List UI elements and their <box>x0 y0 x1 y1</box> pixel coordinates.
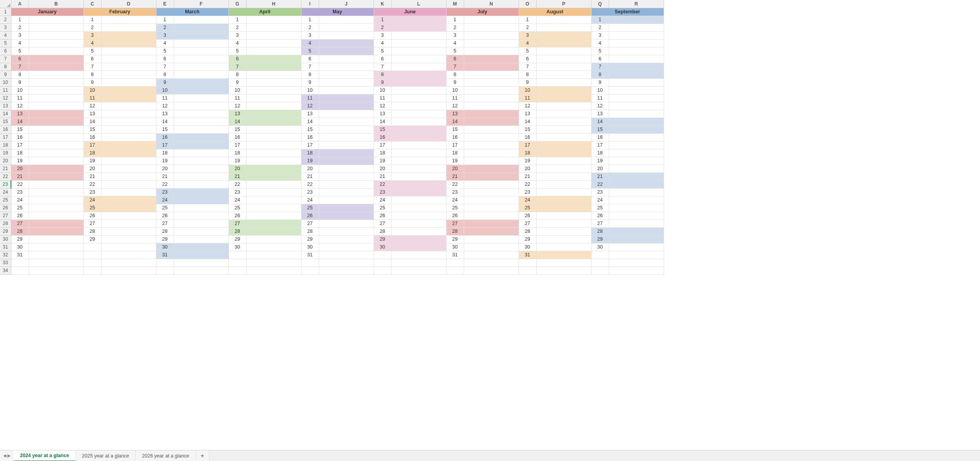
calendar-day-cell[interactable]: 5 <box>11 47 29 55</box>
calendar-event-cell[interactable] <box>29 212 83 220</box>
calendar-day-cell[interactable]: 18 <box>446 149 464 157</box>
calendar-day-cell[interactable]: 6 <box>374 55 391 63</box>
calendar-event-cell[interactable] <box>319 47 374 55</box>
calendar-day-cell[interactable]: 11 <box>83 94 101 102</box>
calendar-event-cell[interactable] <box>101 110 156 118</box>
calendar-day-cell[interactable]: 30 <box>591 243 609 251</box>
calendar-day-cell[interactable]: 24 <box>446 196 464 204</box>
calendar-day-cell[interactable]: 20 <box>519 165 536 172</box>
calendar-day-cell[interactable]: 9 <box>83 78 101 86</box>
calendar-day-cell[interactable]: 13 <box>83 110 101 118</box>
calendar-event-cell[interactable] <box>391 149 446 157</box>
column-header[interactable]: A <box>11 0 29 8</box>
calendar-day-cell[interactable]: 31 <box>301 251 319 259</box>
calendar-day-cell[interactable]: 12 <box>301 102 319 110</box>
calendar-day-cell[interactable]: 4 <box>374 39 391 47</box>
calendar-event-cell[interactable] <box>464 267 519 274</box>
calendar-event-cell[interactable] <box>101 196 156 204</box>
calendar-event-cell[interactable] <box>536 94 591 102</box>
calendar-event-cell[interactable] <box>174 141 229 149</box>
calendar-day-cell[interactable]: 13 <box>374 110 391 118</box>
calendar-day-cell[interactable]: 27 <box>229 220 246 227</box>
calendar-event-cell[interactable] <box>319 196 374 204</box>
calendar-day-cell[interactable]: 14 <box>446 118 464 125</box>
calendar-event-cell[interactable] <box>29 86 83 94</box>
calendar-event-cell[interactable] <box>464 71 519 78</box>
calendar-day-cell[interactable]: 24 <box>374 196 391 204</box>
calendar-event-cell[interactable] <box>246 243 301 251</box>
row-header[interactable]: 34 <box>0 267 11 274</box>
calendar-event-cell[interactable] <box>246 63 301 71</box>
calendar-event-cell[interactable] <box>174 172 229 180</box>
calendar-event-cell[interactable] <box>101 204 156 212</box>
calendar-day-cell[interactable]: 14 <box>83 118 101 125</box>
calendar-day-cell[interactable]: 3 <box>591 31 609 39</box>
calendar-event-cell[interactable] <box>464 31 519 39</box>
row-header[interactable]: 21 <box>0 165 11 172</box>
calendar-event-cell[interactable] <box>246 39 301 47</box>
calendar-day-cell[interactable]: 27 <box>591 220 609 227</box>
calendar-day-cell[interactable]: 10 <box>374 86 391 94</box>
calendar-event-cell[interactable] <box>246 188 301 196</box>
column-header[interactable]: O <box>519 0 536 8</box>
calendar-day-cell[interactable]: 28 <box>374 227 391 235</box>
calendar-event-cell[interactable] <box>464 102 519 110</box>
calendar-day-cell[interactable]: 29 <box>519 235 536 243</box>
calendar-day-cell[interactable]: 10 <box>229 86 246 94</box>
calendar-day-cell[interactable]: 17 <box>374 141 391 149</box>
calendar-event-cell[interactable] <box>391 141 446 149</box>
calendar-day-cell[interactable]: 17 <box>301 141 319 149</box>
calendar-event-cell[interactable] <box>609 259 664 267</box>
calendar-event-cell[interactable] <box>391 220 446 227</box>
calendar-event-cell[interactable] <box>319 94 374 102</box>
calendar-event-cell[interactable] <box>246 180 301 188</box>
calendar-day-cell[interactable]: 24 <box>229 196 246 204</box>
calendar-day-cell[interactable]: 25 <box>519 204 536 212</box>
calendar-event-cell[interactable] <box>101 39 156 47</box>
calendar-day-cell[interactable]: 11 <box>301 94 319 102</box>
calendar-event-cell[interactable] <box>174 118 229 125</box>
calendar-event-cell[interactable] <box>391 243 446 251</box>
calendar-day-cell[interactable]: 17 <box>446 141 464 149</box>
calendar-event-cell[interactable] <box>391 63 446 71</box>
calendar-event-cell[interactable] <box>609 157 664 165</box>
calendar-event-cell[interactable] <box>464 47 519 55</box>
calendar-day-cell[interactable]: 22 <box>446 180 464 188</box>
calendar-day-cell[interactable]: 7 <box>156 63 174 71</box>
calendar-event-cell[interactable] <box>101 125 156 133</box>
column-header[interactable]: E <box>156 0 174 8</box>
calendar-day-cell[interactable]: 22 <box>374 180 391 188</box>
calendar-day-cell[interactable]: 13 <box>229 110 246 118</box>
calendar-event-cell[interactable] <box>319 133 374 141</box>
calendar-day-cell[interactable]: 5 <box>229 47 246 55</box>
calendar-event-cell[interactable] <box>246 102 301 110</box>
calendar-event-cell[interactable] <box>464 220 519 227</box>
calendar-day-cell[interactable]: 6 <box>519 55 536 63</box>
calendar-day-cell[interactable]: 1 <box>374 16 391 24</box>
calendar-day-cell[interactable]: 7 <box>83 63 101 71</box>
calendar-day-cell[interactable]: 22 <box>83 180 101 188</box>
calendar-day-cell[interactable]: 14 <box>156 118 174 125</box>
calendar-day-cell[interactable]: 18 <box>156 149 174 157</box>
row-header[interactable]: 8 <box>0 63 11 71</box>
calendar-day-cell[interactable]: 4 <box>83 39 101 47</box>
calendar-day-cell[interactable]: 8 <box>229 71 246 78</box>
calendar-day-cell[interactable]: 9 <box>519 78 536 86</box>
calendar-day-cell[interactable]: 27 <box>83 220 101 227</box>
calendar-event-cell[interactable] <box>609 16 664 24</box>
calendar-day-cell[interactable]: 10 <box>301 86 319 94</box>
calendar-day-cell[interactable] <box>374 251 391 259</box>
calendar-event-cell[interactable] <box>101 141 156 149</box>
calendar-day-cell[interactable]: 18 <box>11 149 29 157</box>
calendar-event-cell[interactable] <box>464 63 519 71</box>
calendar-day-cell[interactable]: 1 <box>156 16 174 24</box>
calendar-event-cell[interactable] <box>174 149 229 157</box>
calendar-day-cell[interactable]: 7 <box>229 63 246 71</box>
row-header[interactable]: 32 <box>0 251 11 259</box>
row-header[interactable]: 17 <box>0 133 11 141</box>
calendar-day-cell[interactable]: 20 <box>11 165 29 172</box>
calendar-event-cell[interactable] <box>536 110 591 118</box>
column-header[interactable]: H <box>246 0 301 8</box>
calendar-day-cell[interactable]: 16 <box>156 133 174 141</box>
sheet-tab[interactable]: 2024 year at a glance <box>14 450 76 461</box>
